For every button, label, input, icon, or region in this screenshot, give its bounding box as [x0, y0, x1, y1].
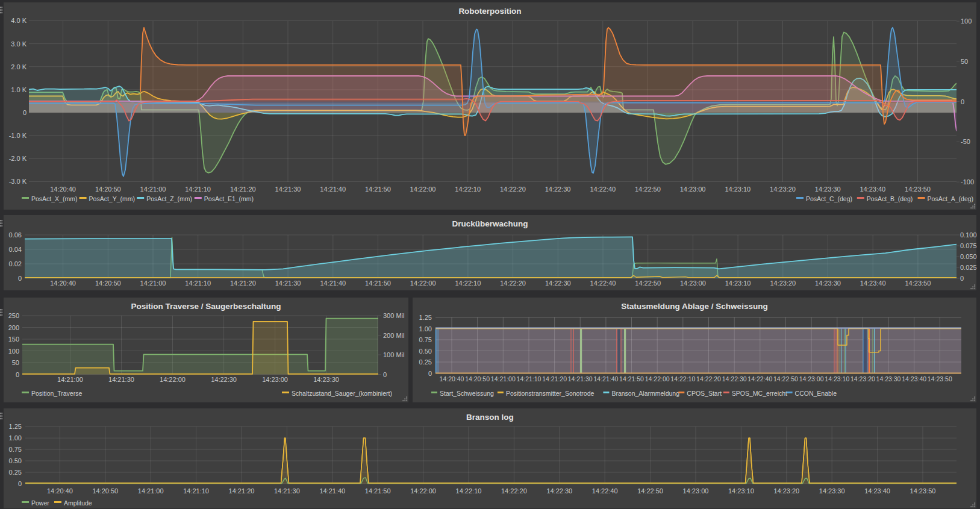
svg-text:PosAct_E1_(mm): PosAct_E1_(mm)	[204, 195, 254, 202]
svg-text:-1.0 K: -1.0 K	[9, 132, 27, 139]
svg-text:SPOS_MC_erreicht: SPOS_MC_erreicht	[732, 390, 787, 397]
svg-text:14:20:40: 14:20:40	[50, 186, 76, 193]
svg-text:0.050: 0.050	[960, 253, 977, 260]
svg-text:14:22:30: 14:22:30	[546, 487, 572, 495]
svg-text:Roboterposition: Roboterposition	[458, 7, 521, 16]
svg-text:2.0 K: 2.0 K	[11, 63, 27, 70]
svg-text:14:21:30: 14:21:30	[108, 376, 134, 383]
svg-text:0: 0	[23, 109, 27, 116]
svg-text:14:21:00: 14:21:00	[138, 487, 164, 495]
svg-text:14:21:30: 14:21:30	[568, 375, 593, 383]
svg-text:14:21:50: 14:21:50	[619, 375, 644, 383]
svg-text:1.00: 1.00	[419, 325, 432, 333]
svg-text:14:23:30: 14:23:30	[313, 376, 339, 383]
svg-text:14:23:30: 14:23:30	[815, 279, 841, 287]
svg-text:14:23:40: 14:23:40	[860, 279, 886, 287]
svg-text:14:21:40: 14:21:40	[593, 375, 618, 383]
svg-text:0.06: 0.06	[9, 231, 22, 239]
svg-text:14:21:20: 14:21:20	[230, 186, 256, 193]
svg-text:PosAct_C_(deg): PosAct_C_(deg)	[806, 195, 852, 202]
svg-text:14:23:40: 14:23:40	[860, 186, 885, 193]
svg-text:14:23:10: 14:23:10	[725, 186, 751, 193]
svg-text:0.25: 0.25	[419, 358, 432, 366]
svg-text:-3.0 K: -3.0 K	[9, 178, 27, 185]
svg-text:Schaltzustand_Sauger_(kombinie: Schaltzustand_Sauger_(kombiniert)	[292, 390, 392, 397]
svg-text:14:21:40: 14:21:40	[319, 487, 345, 495]
svg-text:14:22:30: 14:22:30	[211, 376, 237, 383]
svg-text:Start_Schweissung: Start_Schweissung	[440, 390, 494, 397]
svg-text:0: 0	[18, 275, 22, 282]
svg-text:14:22:20: 14:22:20	[501, 487, 527, 495]
svg-text:14:22:40: 14:22:40	[592, 487, 618, 495]
svg-text:1.25: 1.25	[419, 314, 432, 321]
svg-text:Branson_Alarmmeldung: Branson_Alarmmeldung	[611, 390, 679, 397]
svg-text:14:23:20: 14:23:20	[770, 186, 796, 193]
svg-text:14:23:30: 14:23:30	[819, 487, 845, 495]
svg-text:14:22:00: 14:22:00	[410, 487, 436, 495]
svg-text:4.0 K: 4.0 K	[11, 17, 27, 24]
svg-text:14:23:40: 14:23:40	[902, 375, 926, 383]
svg-text:14:21:10: 14:21:10	[517, 375, 541, 383]
svg-text:14:23:10: 14:23:10	[825, 375, 849, 383]
svg-text:200 Mil: 200 Mil	[383, 332, 404, 339]
svg-text:14:23:10: 14:23:10	[725, 279, 751, 287]
svg-text:14:21:10: 14:21:10	[183, 487, 209, 495]
svg-text:Position_Traverse: Position_Traverse	[31, 390, 82, 397]
svg-text:Power: Power	[31, 499, 49, 507]
svg-text:14:22:20: 14:22:20	[696, 375, 721, 383]
svg-text:Drucküberwachung: Drucküberwachung	[452, 219, 528, 228]
svg-text:50: 50	[12, 359, 19, 366]
svg-text:250: 250	[8, 312, 19, 319]
svg-text:14:23:20: 14:23:20	[850, 375, 875, 383]
svg-text:14:23:00: 14:23:00	[680, 186, 706, 193]
svg-text:14:21:50: 14:21:50	[365, 186, 391, 193]
svg-text:14:21:00: 14:21:00	[57, 376, 83, 383]
svg-text:1.0 K: 1.0 K	[11, 86, 27, 93]
svg-text:0: 0	[428, 370, 432, 377]
svg-text:14:22:00: 14:22:00	[645, 375, 670, 383]
svg-text:14:20:40: 14:20:40	[440, 375, 464, 383]
svg-text:14:23:20: 14:23:20	[770, 279, 796, 287]
svg-text:Branson log: Branson log	[466, 413, 514, 422]
svg-text:14:22:50: 14:22:50	[637, 487, 663, 495]
svg-text:PosAct_X_(mm): PosAct_X_(mm)	[31, 195, 77, 202]
svg-text:100: 100	[8, 348, 19, 355]
svg-text:14:21:10: 14:21:10	[185, 279, 211, 287]
svg-text:0: 0	[18, 480, 22, 487]
svg-text:200: 200	[8, 324, 19, 331]
svg-text:0.100: 0.100	[960, 231, 977, 239]
svg-text:0.75: 0.75	[9, 446, 22, 453]
svg-text:0.04: 0.04	[9, 246, 22, 253]
svg-text:14:22:00: 14:22:00	[410, 186, 436, 193]
svg-text:100: 100	[961, 17, 972, 25]
svg-text:14:22:40: 14:22:40	[590, 279, 616, 287]
svg-text:-100: -100	[961, 178, 974, 186]
svg-text:PosAct_Y_(mm): PosAct_Y_(mm)	[89, 195, 135, 202]
svg-text:14:23:50: 14:23:50	[928, 375, 952, 383]
svg-text:3.0 K: 3.0 K	[11, 40, 27, 48]
svg-text:PosAct_Z_(mm): PosAct_Z_(mm)	[146, 195, 192, 202]
svg-text:14:23:00: 14:23:00	[680, 279, 706, 287]
svg-text:14:23:30: 14:23:30	[876, 375, 901, 383]
svg-text:14:21:00: 14:21:00	[140, 279, 166, 287]
svg-text:-50: -50	[961, 138, 970, 145]
svg-text:14:23:00: 14:23:00	[262, 376, 288, 383]
svg-text:14:20:50: 14:20:50	[95, 186, 121, 193]
svg-text:14:22:10: 14:22:10	[455, 186, 481, 193]
svg-text:1.25: 1.25	[9, 423, 22, 430]
svg-text:Positionstransmitter_Sonotrode: Positionstransmitter_Sonotrode	[506, 390, 595, 397]
svg-text:14:22:10: 14:22:10	[670, 375, 695, 383]
svg-text:14:21:30: 14:21:30	[274, 487, 300, 495]
svg-text:1.00: 1.00	[9, 434, 22, 442]
svg-text:-2.0 K: -2.0 K	[9, 155, 27, 162]
svg-text:0.25: 0.25	[9, 469, 22, 476]
svg-text:14:20:40: 14:20:40	[47, 487, 73, 495]
svg-text:14:21:40: 14:21:40	[320, 186, 346, 193]
svg-text:150: 150	[8, 336, 19, 343]
svg-text:14:20:50: 14:20:50	[95, 279, 121, 287]
svg-text:100 Mil: 100 Mil	[383, 351, 404, 358]
svg-text:0.50: 0.50	[9, 457, 22, 464]
svg-text:14:21:50: 14:21:50	[365, 279, 391, 287]
svg-text:14:22:30: 14:22:30	[722, 375, 747, 383]
svg-text:14:23:50: 14:23:50	[905, 186, 931, 193]
